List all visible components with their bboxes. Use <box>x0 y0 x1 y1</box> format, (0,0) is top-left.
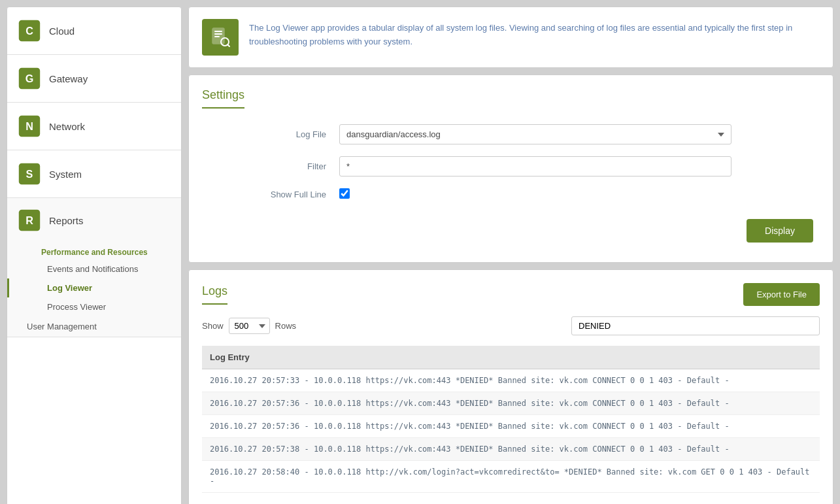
filter-label: Filter <box>209 161 339 171</box>
display-button-row: Display <box>209 212 813 249</box>
log-entry-cell: 2016.10.27 20:57:36 - 10.0.0.118 https:/… <box>202 415 820 438</box>
logs-filter-input[interactable] <box>571 316 820 335</box>
log-file-control: dansguardian/access.log <box>339 124 731 144</box>
sidebar-item-cloud[interactable]: C Cloud <box>7 7 181 55</box>
sidebar-item-network-label: Network <box>49 121 85 132</box>
svg-text:S: S <box>26 168 33 180</box>
table-row: 2016.10.27 20:57:36 - 10.0.0.118 https:/… <box>202 415 820 438</box>
main-content: The Log Viewer app provides a tabular di… <box>188 7 833 504</box>
sidebar-item-reports[interactable]: R Reports <box>7 198 181 243</box>
svg-text:G: G <box>25 73 34 84</box>
sidebar-item-user-management[interactable]: User Management <box>7 316 181 337</box>
log-file-select[interactable]: dansguardian/access.log <box>339 124 731 144</box>
reports-icon: R <box>18 209 41 232</box>
sidebar-item-network[interactable]: N Network <box>7 103 181 150</box>
sidebar-reports-section: R Reports Performance and Resources Even… <box>7 198 181 337</box>
show-full-line-row: Show Full Line <box>209 188 813 201</box>
show-full-line-control <box>339 188 731 201</box>
system-icon: S <box>18 162 41 186</box>
table-row: 2016.10.27 20:58:40 - 10.0.0.118 http://… <box>202 461 820 493</box>
log-file-label: Log File <box>209 129 339 139</box>
show-label: Show <box>202 321 224 331</box>
show-rows-control: Show 500 100 250 1000 Rows <box>202 318 296 334</box>
sidebar-item-system[interactable]: S System <box>7 150 181 198</box>
sidebar-item-process-viewer[interactable]: Process Viewer <box>7 297 181 316</box>
show-full-line-label: Show Full Line <box>209 190 339 199</box>
export-button[interactable]: Export to File <box>743 283 820 306</box>
log-table: Log Entry 2016.10.27 20:57:33 - 10.0.0.1… <box>202 346 820 493</box>
log-viewer-icon-box <box>202 19 239 56</box>
show-full-line-checkbox[interactable] <box>339 188 350 199</box>
sidebar-item-gateway-label: Gateway <box>49 73 88 84</box>
table-row: 2016.10.27 20:57:36 - 10.0.0.118 https:/… <box>202 392 820 415</box>
info-card: The Log Viewer app provides a tabular di… <box>188 7 833 68</box>
sidebar-item-cloud-label: Cloud <box>49 25 75 37</box>
info-text: The Log Viewer app provides a tabular di… <box>249 19 820 49</box>
sidebar: C Cloud G Gateway N Network S S <box>7 7 182 504</box>
svg-line-15 <box>227 44 229 46</box>
settings-card: Settings Log File dansguardian/access.lo… <box>188 75 833 263</box>
sidebar-reports-label: Reports <box>49 215 84 226</box>
display-button[interactable]: Display <box>747 219 813 243</box>
settings-form: Log File dansguardian/access.log Filter <box>202 124 820 249</box>
logs-title: Logs <box>202 284 227 305</box>
log-entry-cell: 2016.10.27 20:57:38 - 10.0.0.118 https:/… <box>202 438 820 461</box>
log-entry-cell: 2016.10.27 20:57:36 - 10.0.0.118 https:/… <box>202 392 820 415</box>
rows-label: Rows <box>275 321 297 331</box>
sidebar-item-gateway[interactable]: G Gateway <box>7 55 181 103</box>
svg-text:N: N <box>25 120 33 132</box>
network-icon: N <box>18 114 41 138</box>
cloud-icon: C <box>18 19 41 42</box>
logs-header: Logs Export to File <box>202 283 820 306</box>
log-entry-header: Log Entry <box>202 346 820 369</box>
log-viewer-icon <box>210 27 231 48</box>
settings-title: Settings <box>202 88 244 109</box>
filter-input[interactable] <box>339 156 731 176</box>
svg-rect-13 <box>214 36 220 37</box>
svg-rect-11 <box>214 31 222 32</box>
log-entry-cell: 2016.10.27 20:58:40 - 10.0.0.118 http://… <box>202 461 820 493</box>
filter-row: Filter <box>209 156 813 176</box>
svg-text:R: R <box>25 214 33 226</box>
svg-rect-12 <box>214 33 222 35</box>
sidebar-item-system-label: System <box>49 169 82 180</box>
perf-resources-title: Performance and Resources <box>7 243 181 260</box>
logs-card: Logs Export to File Show 500 100 250 100… <box>188 269 833 504</box>
gateway-icon: G <box>18 67 41 90</box>
table-row: 2016.10.27 20:57:33 - 10.0.0.118 https:/… <box>202 369 820 392</box>
filter-control <box>339 156 731 176</box>
log-entry-cell: 2016.10.27 20:57:33 - 10.0.0.118 https:/… <box>202 369 820 392</box>
logs-controls: Show 500 100 250 1000 Rows <box>202 316 820 335</box>
rows-select[interactable]: 500 100 250 1000 <box>229 318 270 334</box>
sidebar-item-log-viewer[interactable]: Log Viewer <box>7 278 181 297</box>
svg-text:C: C <box>25 25 33 37</box>
table-row: 2016.10.27 20:57:38 - 10.0.0.118 https:/… <box>202 438 820 461</box>
sidebar-item-events[interactable]: Events and Notifications <box>7 260 181 278</box>
log-file-row: Log File dansguardian/access.log <box>209 124 813 144</box>
